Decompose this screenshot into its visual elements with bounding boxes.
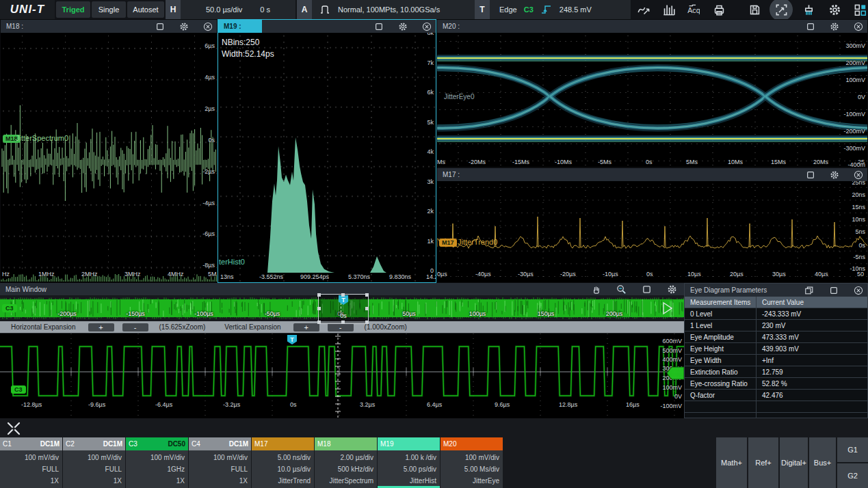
acquire-settings[interactable]: Normal, 100MPts, 10.00GSa/s (312, 0, 483, 19)
crossed-tools-icon[interactable] (5, 420, 22, 437)
channel-id: C4 (192, 440, 200, 448)
settings-button[interactable] (830, 170, 839, 180)
autoset-button[interactable]: Autoset (127, 1, 164, 18)
channel-card-c1[interactable]: C1DC1M100 mV/divFULL1X (0, 437, 62, 488)
overview-time-label: -200µs (57, 310, 77, 317)
y-axis-tick-label: 100mV (845, 77, 865, 83)
jitter-spectrum-plot[interactable]: Hz1MHz2MHz3MHz4MHz5M6µs4µs2µs0s-2µs-4µs-… (1, 33, 217, 282)
jitter-histogram-plot[interactable]: NBins:250 Width:52.14ps 13ns-3.552ns909.… (218, 33, 436, 282)
horizontal-zoom-in-button[interactable]: + (88, 323, 114, 331)
channel-card-m20[interactable]: M20100 mV/div5.00 Ms/divJitterEye (440, 437, 503, 488)
add-bus-button[interactable]: Bus+ (809, 437, 836, 488)
apps-grid-icon (854, 3, 867, 16)
select-box-button[interactable] (806, 22, 815, 31)
trigger-type-value: Edge (499, 5, 517, 14)
overview-selection-box[interactable]: 0sT (318, 294, 369, 324)
panel-m17-titlebar[interactable]: M17 : (437, 168, 867, 181)
channel-card-m17[interactable]: M175.00 ns/div10.0 µs/divJitterTrend (252, 437, 314, 488)
settings-button[interactable] (827, 2, 842, 17)
overview-waveform-strip[interactable]: -200µs-150µs-100µs-50µs0s50µs100µs150µs2… (0, 295, 684, 321)
trigger-settings[interactable]: Edge C3 248.5 mV (490, 0, 631, 19)
main-window-title: Main Window (0, 286, 47, 293)
add-math-button[interactable]: Math+ (716, 437, 747, 488)
selection-handle[interactable] (317, 321, 321, 324)
settings-button[interactable] (179, 22, 189, 31)
settings-button[interactable] (830, 22, 839, 31)
select-box-button[interactable] (829, 286, 839, 295)
acq-button[interactable]: Acq (685, 2, 700, 17)
y-axis-tick-label: 600mV (662, 338, 682, 344)
select-box-button[interactable] (806, 170, 815, 180)
select-box-button[interactable] (642, 284, 652, 295)
trace-canvas (437, 181, 867, 282)
apps-grid-button[interactable] (852, 2, 867, 17)
panel-m18-titlebar[interactable]: M18 : (1, 20, 217, 33)
close-button[interactable] (854, 170, 863, 180)
y-axis-tick-label: -2µs (202, 168, 215, 175)
eye-params-header-value: Current Value (757, 297, 867, 308)
close-button[interactable] (854, 286, 863, 295)
y-axis-tick-label: 15ns (852, 204, 865, 211)
panel-m20-titlebar[interactable]: M20 : (437, 20, 867, 33)
save-button[interactable] (747, 2, 762, 17)
overview-time-label: -150µs (126, 310, 145, 317)
selection-handle[interactable] (365, 321, 369, 324)
horizontal-settings[interactable]: 50.0 µs/div 0 s (181, 0, 295, 19)
zoom-out-button[interactable] (616, 284, 627, 295)
select-box-button[interactable] (374, 22, 384, 31)
measure-button[interactable] (636, 2, 651, 17)
group-g2-button[interactable]: G2 (837, 463, 868, 488)
single-button[interactable]: Single (92, 1, 126, 18)
eye-diagram-parameters-panel[interactable]: Eye Diagram Parameters Measurement Items… (684, 283, 868, 418)
vertical-zoom-in-button[interactable]: + (293, 323, 319, 331)
zoomed-waveform-view[interactable]: -12.8µs-9.6µs-6.4µs-3.2µs0s3.2µs6.4µs9.6… (0, 333, 684, 419)
close-button[interactable] (422, 22, 432, 31)
panel-m19-titlebar[interactable]: M19 : (218, 20, 436, 33)
measurement-item-label: Eye Amplitude (685, 331, 757, 342)
select-box-button[interactable] (155, 22, 165, 31)
vertical-zoom-out-button[interactable]: - (328, 323, 354, 331)
jitter-eye-plot[interactable]: Ms-20Ms-15Ms-10Ms-5Ms0s5Ms10Ms15Ms20Ms25… (437, 33, 867, 167)
x-axis-tick-label: 12.8µs (559, 401, 577, 408)
panel-m20-jitter-eye[interactable]: M20 : Ms-20Ms-15Ms-10Ms-5Ms0s5Ms10Ms15Ms… (436, 19, 868, 167)
x-axis-tick-label: -40µs (475, 271, 491, 277)
screenshot-button[interactable] (774, 2, 789, 17)
panel-m18-jitter-spectrum[interactable]: M18 : Hz1MHz2MHz3MHz4MHz5M6µs4µs2µs0s-2µ… (0, 19, 218, 283)
selection-handle[interactable] (365, 307, 369, 310)
close-button[interactable] (203, 22, 213, 31)
close-button[interactable] (854, 22, 863, 31)
measurement-current-value: 439.903 mV (757, 343, 867, 354)
jitter-trend-plot[interactable]: 0µs-40µs-30µs-20µs-10µs0s10µs20µs30µs40µ… (437, 181, 867, 282)
copy-window-button[interactable] (804, 286, 814, 295)
add-digital-button[interactable]: Digital+ (780, 437, 808, 488)
panel-m19-jitter-histogram[interactable]: M19 : NBins:250 Width:52.14ps 13ns-3.552… (218, 19, 436, 283)
horizontal-badge: H (166, 0, 181, 19)
add-ref-button[interactable]: Ref+ (748, 437, 778, 488)
channel-card-c4[interactable]: C4DC1M100 mV/divFULL1X (189, 437, 251, 488)
y-axis-tick-label: 0s (208, 137, 215, 144)
panel-m17-jitter-trend[interactable]: M17 : 0µs-40µs-30µs-20µs-10µs0s10µs20µs3… (436, 167, 868, 283)
eye-params-titlebar[interactable]: Eye Diagram Parameters (685, 284, 867, 297)
group-g1-button[interactable]: G1 (837, 437, 868, 462)
y-axis-tick-label: 10ns (852, 216, 865, 223)
jitter-histogram-button[interactable] (661, 2, 676, 17)
selection-handle[interactable] (365, 293, 369, 297)
x-axis-tick-label: 0s (646, 271, 653, 277)
trigger-level-value: 248.5 mV (560, 5, 592, 14)
horizontal-zoom-out-button[interactable]: - (122, 323, 148, 331)
settings-button[interactable] (398, 22, 408, 31)
pan-hand-button[interactable] (591, 284, 601, 295)
clear-button[interactable] (801, 2, 816, 17)
x-axis-tick-label: 20µs (730, 271, 744, 277)
selection-handle[interactable] (317, 293, 321, 297)
selection-handle[interactable] (317, 307, 321, 310)
channel-card-c2[interactable]: C2DC1M100 mV/divFULL1X (63, 437, 125, 488)
settings-button[interactable] (667, 284, 677, 295)
channel-card-c3[interactable]: C3DC50100 mV/div1GHz1X (126, 437, 188, 488)
channel-card-m18[interactable]: M182.00 µs/div500 kHz/divJitterSpectrum (315, 437, 377, 488)
printer-button[interactable] (711, 2, 726, 17)
channel-card-m19[interactable]: M191.00 k /div5.00 ps/divJitterHist (378, 437, 440, 488)
selection-handle[interactable] (341, 293, 345, 297)
selection-handle[interactable] (341, 321, 345, 324)
x-axis-tick-label: -5Ms (598, 159, 611, 165)
